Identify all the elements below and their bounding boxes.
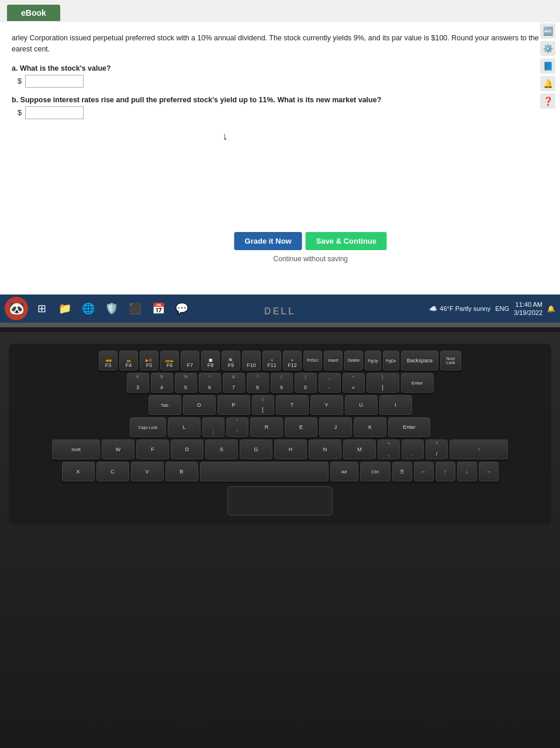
question-intro: arley Corporation issued perpetual prefe… — [12, 33, 548, 55]
key-6-caret[interactable]: ^ 6 — [199, 373, 221, 393]
key-y[interactable]: Y — [310, 395, 343, 415]
laptop-screen: eBook arley Corporation issued perpetual… — [0, 0, 560, 327]
key-f3[interactable]: ◀◀ F3 — [99, 351, 117, 370]
icon-settings[interactable]: ⚙️ — [540, 41, 555, 56]
key-arrow-down[interactable]: ↓ — [457, 462, 477, 482]
key-7-amp[interactable]: & 7 — [223, 373, 245, 393]
icon-notification[interactable]: 🔔 — [540, 76, 555, 91]
key-9-lparen[interactable]: ( 9 — [271, 373, 293, 393]
key-prtscr[interactable]: PrtScr — [303, 351, 322, 370]
key-shift-left[interactable]: Shift — [52, 439, 100, 459]
key-enter-num[interactable]: Enter — [401, 373, 434, 393]
key-0-rparen[interactable]: ) 0 — [295, 373, 317, 393]
continue-without-saving-link[interactable]: Continue without saving — [274, 255, 348, 263]
key-o[interactable]: O — [183, 395, 216, 415]
key-f9[interactable]: 🔍 F9 — [222, 351, 240, 370]
key-d[interactable]: D — [171, 439, 203, 459]
key-menu[interactable]: ☰ — [392, 462, 412, 482]
key-i[interactable]: I — [379, 395, 412, 415]
notification-icon[interactable]: 🔔 — [547, 305, 555, 313]
key-f11[interactable]: ☀ F11 — [262, 351, 281, 370]
touchpad[interactable] — [227, 486, 333, 515]
key-5-percent[interactable]: % 5 — [175, 373, 197, 393]
taskbar-start-button[interactable]: 🐼 — [5, 297, 28, 320]
key-pgdn[interactable]: PgDn — [383, 351, 399, 370]
key-arrow-up[interactable]: ↑ — [435, 462, 455, 482]
key-4-dollar[interactable]: $ 4 — [151, 373, 173, 393]
key-f[interactable]: F — [136, 439, 169, 459]
taskbar-icon-app2[interactable]: 💬 — [172, 299, 192, 318]
key-arrow-right[interactable]: → — [479, 462, 499, 482]
key-equals[interactable]: + = — [343, 373, 365, 393]
taskbar-icon-edge[interactable]: 🌐 — [78, 299, 98, 318]
icon-az[interactable]: 🔤 — [540, 23, 555, 39]
key-enter[interactable]: Enter — [388, 417, 430, 437]
key-rbracket[interactable]: } ] — [367, 373, 399, 393]
key-comma[interactable]: < , — [378, 439, 400, 459]
key-alt-right[interactable]: Alt — [330, 462, 358, 482]
key-h[interactable]: H — [274, 439, 307, 459]
key-r[interactable]: R — [250, 417, 283, 437]
key-l[interactable]: L — [168, 417, 201, 437]
key-pgup[interactable]: PgUp — [365, 351, 381, 370]
key-p[interactable]: P — [217, 395, 250, 415]
key-slash[interactable]: ? / — [426, 439, 448, 459]
taskbar-icon-app1[interactable]: ⬛ — [125, 299, 145, 318]
key-x[interactable]: X — [62, 462, 95, 482]
key-u[interactable]: U — [345, 395, 378, 415]
time-info: 11:40 AM 3/19/2022 — [514, 300, 542, 317]
save-continue-button[interactable]: Save & Continue — [306, 232, 387, 250]
taskbar-icon-monitor[interactable]: ⊞ — [32, 299, 51, 318]
key-3-hash[interactable]: # 3 — [127, 373, 149, 393]
key-c[interactable]: C — [96, 462, 129, 482]
icon-help[interactable]: ❓ — [540, 94, 555, 109]
zxcv-row: Shift W F D S G H N M < , . . ? / ↑ — [15, 439, 545, 459]
key-period[interactable]: . . — [402, 439, 424, 459]
key-delete[interactable]: Delete — [344, 351, 363, 370]
key-f6[interactable]: ⏭⏭ F6 — [160, 351, 179, 370]
key-f4[interactable]: ⏭ F4 — [119, 351, 138, 370]
key-numlock[interactable]: NumLock — [440, 351, 461, 370]
key-caps-lock[interactable]: Caps Lock — [130, 417, 166, 437]
key-f7[interactable]: F7 — [181, 351, 199, 370]
key-g[interactable]: G — [240, 439, 272, 459]
key-t[interactable]: T — [276, 395, 309, 415]
key-f10[interactable]: F10 — [242, 351, 261, 370]
key-lbracket[interactable]: { [ — [252, 395, 274, 415]
key-arrow-left[interactable]: ← — [414, 462, 434, 482]
key-space[interactable] — [200, 462, 329, 482]
key-insert[interactable]: Insert — [324, 351, 343, 370]
key-m[interactable]: M — [343, 439, 376, 459]
key-e[interactable]: E — [285, 417, 317, 437]
answer-input-b[interactable] — [25, 106, 84, 119]
key-backspace[interactable]: Backspace — [401, 351, 438, 370]
key-quote[interactable]: " ' — [226, 417, 248, 437]
key-k[interactable]: K — [354, 417, 386, 437]
key-semicolon[interactable]: : ; — [202, 417, 224, 437]
ebook-tab[interactable]: eBook — [7, 5, 60, 21]
keyboard-wrapper: ◀◀ F3 ⏭ F4 ▶⏸ F5 ⏭⏭ F6 F7 🔲 F8 — [9, 344, 551, 525]
taskbar-icon-calendar[interactable]: 📅 — [148, 299, 168, 318]
function-key-row: ◀◀ F3 ⏭ F4 ▶⏸ F5 ⏭⏭ F6 F7 🔲 F8 — [15, 351, 545, 370]
key-tab[interactable]: Tab — [148, 395, 181, 415]
grade-it-now-button[interactable]: Grade it Now — [234, 232, 302, 250]
key-s[interactable]: S — [205, 439, 238, 459]
key-ctrl-right[interactable]: Ctrl — [360, 462, 390, 482]
key-v[interactable]: V — [131, 462, 164, 482]
key-b[interactable]: B — [165, 462, 198, 482]
key-minus[interactable]: _ - — [319, 373, 341, 393]
taskbar-icon-shield[interactable]: 🛡️ — [102, 299, 122, 318]
key-f8[interactable]: 🔲 F8 — [201, 351, 220, 370]
key-j[interactable]: J — [319, 417, 352, 437]
taskbar-icon-folder[interactable]: 📁 — [55, 299, 75, 318]
weather-info: ☁️ 46°F Partly sunny — [429, 305, 490, 313]
key-f5[interactable]: ▶⏸ F5 — [140, 351, 158, 370]
key-shift-right[interactable]: ↑ — [450, 439, 508, 459]
key-f12[interactable]: ✦ F12 — [283, 351, 302, 370]
key-w[interactable]: W — [102, 439, 134, 459]
icon-book[interactable]: 📘 — [540, 58, 555, 74]
key-n[interactable]: N — [309, 439, 341, 459]
key-8-star[interactable]: * 8 — [247, 373, 269, 393]
answer-input-a[interactable] — [25, 75, 84, 88]
sub-b-input-row: $ — [18, 106, 548, 119]
